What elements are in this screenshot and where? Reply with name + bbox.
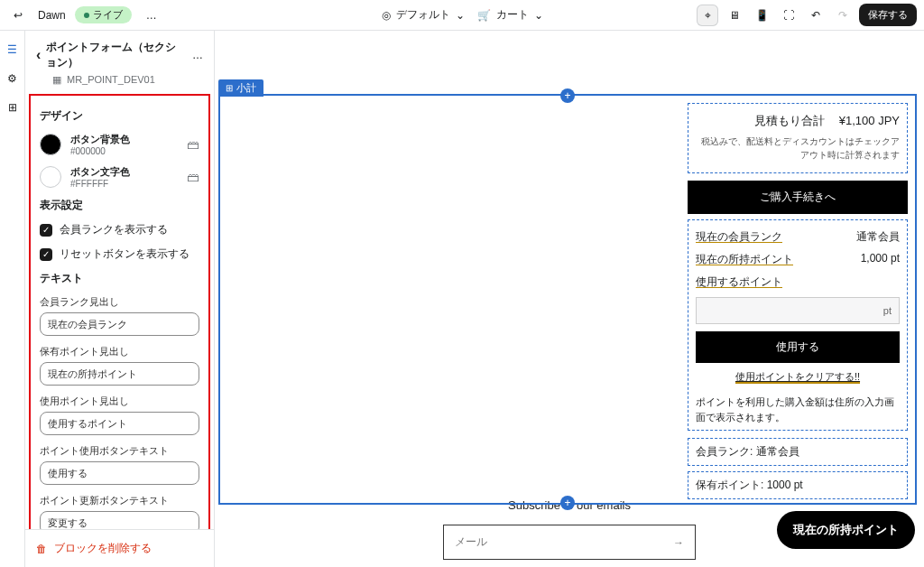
- subscribe-title: Subscribe to our emails: [443, 498, 696, 512]
- desktop-icon[interactable]: 🖥: [724, 5, 745, 26]
- estimate-note: 税込みで、配送料とディスカウントはチェックアアウト時に計算されます: [696, 135, 900, 162]
- preview-canvas: 小計 + + 見積もり合計 ¥1,100 JPY 税込みで、配送料とディスカウン…: [215, 31, 924, 567]
- estimate-label: 見積もり合計: [754, 114, 825, 127]
- back-icon[interactable]: ‹: [36, 47, 41, 63]
- highlighted-settings: デザイン ボタン背景色 #000000 🗃 ボタン文字色 #FFFFFF 🗃 表…: [29, 94, 210, 529]
- field-label: ポイント使用ボタンテキスト: [40, 444, 199, 458]
- field-label: 会員ランク見出し: [40, 295, 199, 309]
- more-icon[interactable]: …: [141, 5, 162, 26]
- selection-breadcrumb[interactable]: 小計: [218, 79, 263, 97]
- save-button[interactable]: 保存する: [859, 4, 917, 26]
- apps-icon[interactable]: ⊞: [3, 98, 23, 117]
- color-swatch[interactable]: [40, 134, 61, 155]
- display-heading: 表示設定: [40, 198, 199, 213]
- points-value: 1,000 pt: [861, 252, 900, 267]
- points-heading-input[interactable]: [40, 362, 199, 386]
- checkbox-icon[interactable]: ✓: [40, 224, 52, 237]
- use-button-text-input[interactable]: [40, 461, 199, 485]
- points-label: 現在の所持ポイント: [696, 252, 793, 267]
- clear-points-link[interactable]: 使用ポイントをクリアする!!: [696, 363, 900, 391]
- info-rank: 会員ランク: 通常会員: [688, 438, 908, 466]
- email-field[interactable]: メール →: [443, 525, 696, 560]
- top-bar: ↩ Dawn ライブ … ◎ デフォルト ⌄ 🛒 カート ⌄ ⌖ 🖥 📱 ⛶ ↶…: [0, 0, 924, 31]
- checkbox-icon[interactable]: ✓: [40, 248, 52, 261]
- points-input[interactable]: pt: [696, 297, 900, 324]
- checkout-button[interactable]: ご購入手続きへ: [688, 181, 908, 214]
- floating-label-pill[interactable]: 現在の所持ポイント: [777, 511, 915, 549]
- color-name: ボタン背景色: [70, 133, 130, 146]
- checkbox-label: リセットボタンを表示する: [60, 246, 189, 262]
- left-rail: ☰ ⚙ ⊞: [0, 31, 25, 567]
- redo-icon[interactable]: ↷: [832, 5, 854, 26]
- fullscreen-icon[interactable]: ⛶: [778, 5, 799, 26]
- use-points-button[interactable]: 使用する: [696, 331, 900, 363]
- color-swatch[interactable]: [40, 166, 61, 188]
- sections-icon[interactable]: ☰: [3, 40, 23, 60]
- estimate-box: 見積もり合計 ¥1,100 JPY 税込みで、配送料とディスカウントはチェックア…: [688, 103, 908, 173]
- field-label: ポイント更新ボタンテキスト: [40, 494, 199, 507]
- undo-icon[interactable]: ↶: [805, 5, 827, 26]
- use-points-heading-input[interactable]: [40, 412, 199, 435]
- update-button-text-input[interactable]: [40, 511, 199, 529]
- inspector-icon[interactable]: ⌖: [697, 5, 718, 26]
- theme-name[interactable]: Dawn: [38, 9, 66, 22]
- mobile-icon[interactable]: 📱: [751, 5, 772, 26]
- live-badge: ライブ: [75, 6, 132, 23]
- points-note: ポイントを利用した購入金額は住所の入力画面で表示されます。: [696, 391, 900, 424]
- color-hex: #000000: [70, 146, 130, 156]
- rank-value: 通常会員: [856, 229, 900, 245]
- data-source-icon[interactable]: 🗃: [187, 138, 199, 151]
- template-dropdown[interactable]: ◎ デフォルト ⌄: [382, 7, 465, 23]
- cart-summary-column: 見積もり合計 ¥1,100 JPY 税込みで、配送料とディスカウントはチェックア…: [688, 103, 908, 505]
- color-setting-fg[interactable]: ボタン文字色 #FFFFFF 🗃: [40, 165, 199, 189]
- data-source-icon[interactable]: 🗃: [187, 171, 199, 183]
- checkbox-show-rank[interactable]: ✓ 会員ランクを表示する: [40, 222, 199, 237]
- globe-icon: ◎: [382, 10, 391, 21]
- rank-label: 現在の会員ランク: [696, 229, 782, 245]
- use-points-label: 使用するポイント: [696, 274, 782, 290]
- settings-panel: ‹ ポイントフォーム（セクション） … ▦ MR_POINT_DEV01 デザイ…: [25, 31, 215, 567]
- field-label: 保有ポイント見出し: [40, 345, 199, 358]
- points-form: 現在の会員ランク 通常会員 現在の所持ポイント 1,000 pt 使用するポイン…: [688, 219, 908, 431]
- estimate-price: ¥1,100 JPY: [839, 114, 900, 127]
- panel-sub-id: MR_POINT_DEV01: [67, 74, 155, 85]
- info-points: 保有ポイント: 1000 pt: [688, 471, 908, 499]
- text-heading: テキスト: [40, 271, 199, 286]
- cart-dropdown[interactable]: 🛒 カート ⌄: [477, 7, 543, 23]
- rank-heading-input[interactable]: [40, 312, 199, 336]
- arrow-right-icon[interactable]: →: [673, 537, 684, 548]
- block-type-icon: ▦: [52, 75, 61, 85]
- trash-icon: 🗑: [36, 544, 47, 554]
- color-setting-bg[interactable]: ボタン背景色 #000000 🗃: [40, 133, 199, 156]
- panel-more-icon[interactable]: …: [192, 49, 203, 61]
- delete-block-button[interactable]: 🗑 ブロックを削除する: [25, 529, 214, 567]
- color-hex: #FFFFFF: [70, 179, 130, 189]
- checkbox-show-reset[interactable]: ✓ リセットボタンを表示する: [40, 246, 199, 262]
- subscribe-section: Subscribe to our emails メール →: [443, 498, 696, 560]
- panel-title: ポイントフォーム（セクション）: [46, 40, 187, 70]
- checkbox-label: 会員ランクを表示する: [60, 222, 168, 237]
- exit-icon[interactable]: ↩: [7, 5, 29, 26]
- design-heading: デザイン: [40, 108, 199, 124]
- cart-icon: 🛒: [477, 10, 491, 21]
- field-label: 使用ポイント見出し: [40, 395, 199, 408]
- chevron-down-icon: ⌄: [534, 10, 543, 21]
- chevron-down-icon: ⌄: [456, 10, 465, 21]
- settings-icon[interactable]: ⚙: [3, 69, 23, 88]
- color-name: ボタン文字色: [70, 165, 130, 179]
- add-section-before-icon[interactable]: +: [560, 88, 575, 103]
